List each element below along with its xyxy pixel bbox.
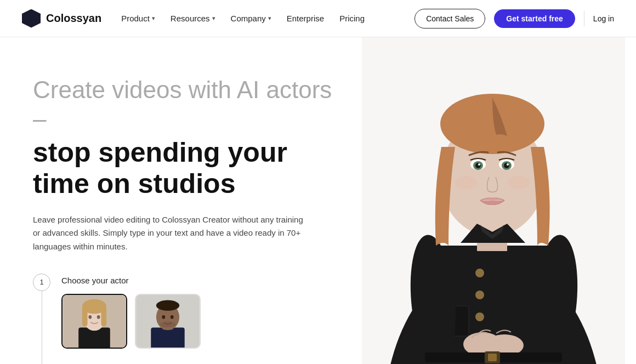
svg-rect-6 [101,305,106,326]
svg-point-22 [475,312,484,321]
nav-company[interactable]: Company ▾ [231,14,271,23]
logo-icon [22,9,41,28]
headline-bold: stop spending your time on studios [33,137,340,200]
step-1-circle: 1 [33,274,50,291]
nav-links: Product ▾ Resources ▾ Company ▾ Enterpri… [121,14,365,23]
nav-enterprise[interactable]: Enterprise [287,14,324,23]
step-1-connector [42,291,42,364]
svg-point-15 [171,315,174,319]
actor-female-card[interactable] [61,294,127,349]
chevron-down-icon: ▾ [268,15,271,22]
nav-resources[interactable]: Resources ▾ [171,14,215,23]
svg-point-36 [475,163,481,168]
svg-point-31 [440,94,544,154]
content-left: Create videos with AI actors – stop spen… [33,70,340,364]
logo[interactable]: Colossyan [22,9,101,28]
steps-list: 1 Choose your actor [33,274,340,364]
nav-pricing[interactable]: Pricing [339,14,365,23]
main-content: Create videos with AI actors – stop spen… [0,37,636,364]
svg-point-37 [504,163,509,168]
login-button[interactable]: Log in [593,14,614,23]
nav-product[interactable]: Product ▾ [121,14,155,23]
get-started-button[interactable]: Get started free [494,9,575,28]
svg-point-16 [160,321,176,328]
svg-point-41 [508,176,530,189]
nav-divider [584,11,584,26]
ai-person-image [362,37,625,364]
hero-subtext: Leave professional video editing to Colo… [33,213,307,254]
svg-point-20 [475,269,484,277]
step-1-line: 1 [33,274,50,364]
chevron-down-icon: ▾ [152,15,155,22]
actor-male-card[interactable] [135,294,201,349]
svg-rect-5 [82,305,88,326]
svg-point-13 [156,300,179,310]
headline-light: Create videos with AI actors – [33,76,340,134]
chevron-down-icon: ▾ [212,15,215,22]
svg-point-39 [507,163,509,166]
ai-person-svg [362,37,625,364]
contact-sales-button[interactable]: Contact Sales [414,9,485,29]
svg-rect-44 [488,354,497,361]
svg-point-38 [478,163,480,166]
logo-text: Colossyan [46,12,101,25]
nav-left: Colossyan Product ▾ Resources ▾ Company … [22,9,365,28]
nav-right: Contact Sales Get started free Log in [414,9,614,29]
svg-point-40 [455,176,477,189]
svg-point-21 [475,291,484,299]
svg-point-8 [97,315,100,319]
svg-point-7 [88,315,92,319]
actors-row [61,294,340,349]
svg-rect-10 [151,327,184,347]
navigation: Colossyan Product ▾ Resources ▾ Company … [0,0,636,37]
step-1-label: Choose your actor [61,276,340,285]
svg-point-14 [162,315,165,319]
hero-image [362,37,636,364]
step-1: 1 Choose your actor [33,274,340,364]
step-1-content: Choose your actor [61,274,340,364]
